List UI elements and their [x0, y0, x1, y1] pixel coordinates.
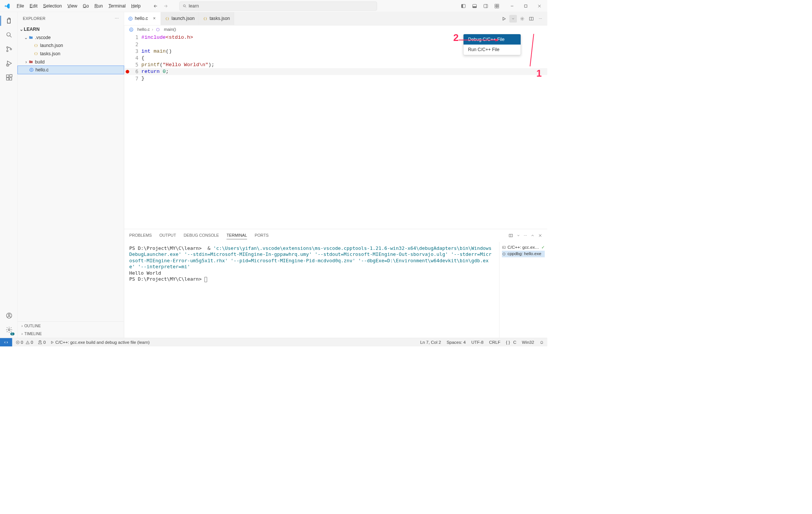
- breadcrumbs[interactable]: C hello.c › main(): [124, 25, 547, 34]
- run-menu-debug[interactable]: Debug C/C++ File: [464, 34, 521, 45]
- sidebar-title: EXPLORER: [23, 16, 115, 21]
- status-eol[interactable]: CRLF: [489, 340, 500, 345]
- tab-launch-json[interactable]: launch.json: [161, 12, 199, 25]
- layout-sidebar-right-icon[interactable]: [482, 2, 490, 10]
- check-icon: ✓: [541, 245, 545, 250]
- svg-rect-16: [6, 75, 9, 77]
- svg-point-22: [8, 329, 10, 331]
- tree-file-launch-json[interactable]: launch.json: [18, 42, 124, 50]
- status-cursor[interactable]: Ln 7, Col 2: [420, 340, 441, 345]
- window-close[interactable]: [533, 2, 545, 10]
- status-notifications[interactable]: [540, 340, 544, 345]
- svg-rect-4: [473, 6, 476, 8]
- nav-forward[interactable]: [162, 2, 170, 10]
- activity-accounts[interactable]: [3, 310, 15, 322]
- search-box[interactable]: learn: [179, 2, 377, 11]
- code-line[interactable]: 5 printf("Hello World\n");: [124, 61, 547, 68]
- activity-explorer[interactable]: [3, 15, 15, 27]
- search-text: learn: [189, 3, 199, 9]
- status-spaces[interactable]: Spaces: 4: [447, 340, 466, 345]
- run-menu-run[interactable]: Run C/C++ File: [464, 45, 521, 55]
- folder-icon: [28, 59, 33, 64]
- activity-search[interactable]: [3, 29, 15, 41]
- json-icon: [203, 16, 208, 21]
- customize-layout-icon[interactable]: [492, 2, 501, 10]
- svg-rect-2: [462, 4, 463, 8]
- svg-point-11: [7, 33, 10, 36]
- menu-file[interactable]: File: [14, 2, 27, 10]
- code-editor[interactable]: 1#include<stdio.h>23int main()4{5 printf…: [124, 34, 547, 229]
- window-minimize[interactable]: [506, 2, 518, 10]
- split-editor-icon[interactable]: [527, 15, 535, 22]
- panel-tab-output[interactable]: OUTPUT: [159, 231, 176, 239]
- activity-source-control[interactable]: [3, 43, 15, 55]
- code-line[interactable]: 7}: [124, 75, 547, 82]
- activity-run-debug[interactable]: [3, 57, 15, 69]
- breakpoint-icon[interactable]: [126, 70, 129, 73]
- panel-dropdown-icon[interactable]: [517, 234, 520, 237]
- menu-edit[interactable]: Edit: [27, 2, 40, 10]
- svg-rect-19: [9, 74, 12, 77]
- svg-point-0: [183, 5, 185, 6]
- run-dropdown[interactable]: [509, 15, 517, 22]
- terminal-session-gcc[interactable]: C/C++: gcc.ex… ✓: [502, 244, 545, 251]
- status-remote[interactable]: [0, 338, 12, 346]
- menu-run[interactable]: Run: [92, 2, 106, 10]
- menu-view[interactable]: View: [65, 2, 80, 10]
- c-file-icon: C: [29, 67, 34, 72]
- activity-settings[interactable]: C: [3, 324, 15, 336]
- svg-point-14: [10, 48, 12, 50]
- tab-tasks-json[interactable]: tasks.json: [199, 12, 234, 25]
- panel-tab-ports[interactable]: PORTS: [255, 231, 269, 239]
- status-ports[interactable]: 0: [38, 340, 45, 345]
- tree-file-hello-c[interactable]: C hello.c: [18, 66, 124, 74]
- sidebar-timeline[interactable]: ›TIMELINE: [18, 330, 124, 338]
- panel-split-icon[interactable]: [509, 233, 513, 237]
- code-line[interactable]: 4{: [124, 54, 547, 61]
- explorer-root[interactable]: ⌄ LEARN: [18, 25, 124, 33]
- menu-terminal[interactable]: Terminal: [106, 2, 128, 10]
- menu-help[interactable]: Help: [129, 2, 143, 10]
- layout-panel-icon[interactable]: [470, 2, 479, 10]
- sidebar-more-icon[interactable]: ⋯: [115, 16, 119, 21]
- svg-point-13: [6, 50, 8, 52]
- svg-rect-7: [497, 4, 498, 6]
- code-line[interactable]: 6 return 0;: [124, 68, 547, 75]
- status-encoding[interactable]: UTF-8: [471, 340, 483, 345]
- json-icon: [165, 16, 170, 21]
- panel-close-icon[interactable]: [538, 233, 542, 237]
- panel-tab-terminal[interactable]: TERMINAL: [227, 231, 247, 239]
- window-maximize[interactable]: [520, 2, 532, 10]
- terminal[interactable]: PS D:\Project\MY\C\learn> & 'c:\Users\yi…: [124, 242, 499, 338]
- svg-rect-10: [524, 5, 527, 7]
- tab-close-icon[interactable]: ×: [152, 16, 156, 21]
- status-task[interactable]: C/C++: gcc.exe build and debug active fi…: [50, 340, 150, 345]
- status-os[interactable]: Win32: [522, 340, 534, 345]
- panel: PROBLEMSOUTPUTDEBUG CONSOLETERMINALPORTS…: [124, 229, 547, 338]
- c-file-icon: C: [129, 27, 133, 32]
- nav-back[interactable]: [152, 2, 159, 10]
- panel-tab-problems[interactable]: PROBLEMS: [129, 231, 152, 239]
- editor-more-icon[interactable]: ⋯: [537, 15, 544, 22]
- panel-more-icon[interactable]: ⋯: [524, 233, 527, 237]
- tab-hello-c[interactable]: Chello.c×: [124, 12, 161, 25]
- vscode-logo: [4, 3, 10, 9]
- settings-icon[interactable]: [518, 15, 526, 22]
- tree-file-tasks-json[interactable]: tasks.json: [18, 50, 124, 58]
- status-problems[interactable]: 0 0: [16, 340, 33, 345]
- run-button[interactable]: [500, 15, 508, 22]
- activity-extensions[interactable]: [3, 71, 15, 83]
- svg-point-21: [8, 314, 10, 316]
- menu-selection[interactable]: Selection: [41, 2, 64, 10]
- panel-tab-debug-console[interactable]: DEBUG CONSOLE: [183, 231, 219, 239]
- tree-folder-build[interactable]: › build: [18, 58, 124, 66]
- status-lang-mode[interactable]: { } C: [506, 340, 517, 345]
- terminal-session-cppdbg[interactable]: cppdbg: hello.exe: [502, 251, 545, 257]
- panel-maximize-icon[interactable]: [530, 233, 535, 237]
- menu-go[interactable]: Go: [80, 2, 92, 10]
- tree-folder-vscode[interactable]: ⌄ .vscode: [18, 33, 124, 42]
- svg-rect-5: [484, 4, 488, 8]
- sidebar-outline[interactable]: ›OUTLINE: [18, 322, 124, 330]
- svg-rect-6: [495, 4, 497, 6]
- layout-sidebar-left-icon[interactable]: [459, 2, 468, 10]
